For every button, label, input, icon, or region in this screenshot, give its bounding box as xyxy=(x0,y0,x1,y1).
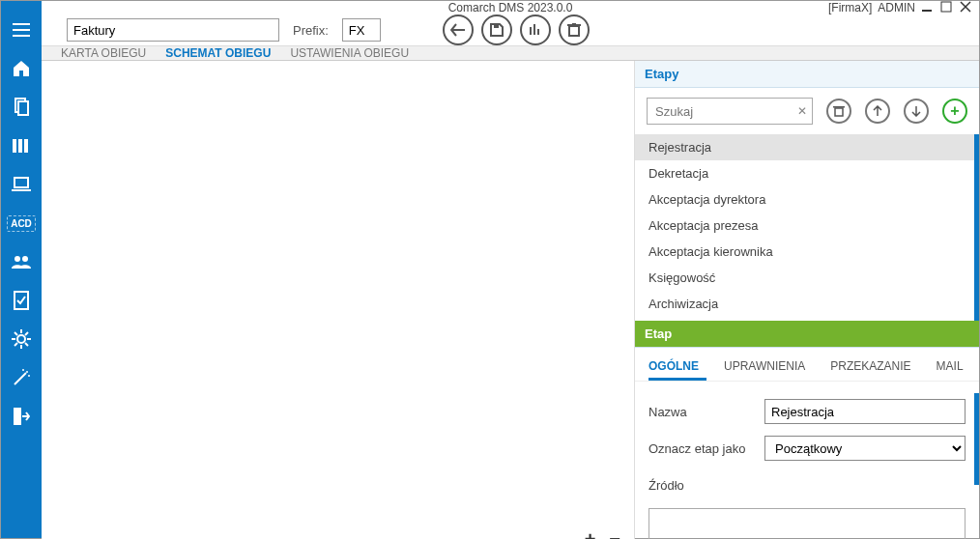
svg-rect-39 xyxy=(833,106,845,108)
dtab-przekazanie[interactable]: PRZEKAZANIE xyxy=(830,359,910,373)
right-panel: Etapy ✕ + xyxy=(634,61,979,539)
top-tabs: KARTA OBIEGU SCHEMAT OBIEGU USTAWIENIA O… xyxy=(42,45,979,61)
detail-tabs: OGÓLNE UPRAWNIENIA PRZEKAZANIE MAIL KC xyxy=(635,348,979,382)
workflow-name-input[interactable] xyxy=(67,18,279,42)
nav-binders-icon[interactable] xyxy=(1,127,42,165)
svg-line-21 xyxy=(25,332,28,335)
stage-form: Nazwa Oznacz etap jako Początkowy Źródło xyxy=(635,382,979,539)
stage-item[interactable]: Akceptacja prezesa xyxy=(635,213,979,239)
stage-item[interactable]: Archiwizacja xyxy=(635,291,979,317)
svg-point-11 xyxy=(22,256,28,262)
save-button[interactable] xyxy=(481,14,512,45)
nav-laptop-icon[interactable] xyxy=(1,165,42,204)
company-label: [FirmaX] xyxy=(828,1,872,14)
nav-home[interactable] xyxy=(1,49,42,88)
name-input[interactable] xyxy=(764,399,966,424)
svg-rect-4 xyxy=(18,101,28,115)
source-box[interactable] xyxy=(649,508,966,539)
svg-line-18 xyxy=(14,332,17,335)
stage-list: Rejestracja Dekretacja Akceptacja dyrekt… xyxy=(635,134,979,321)
nav-document-icon[interactable] xyxy=(1,281,42,320)
name-label: Nazwa xyxy=(649,405,764,419)
svg-rect-1 xyxy=(13,29,30,31)
tab-ustawienia[interactable]: USTAWIENIA OBIEGU xyxy=(290,46,409,60)
stage-detail-header: Etap xyxy=(635,321,979,348)
zoom-out-button[interactable]: − xyxy=(609,528,620,539)
titlebar: Comarch DMS 2023.0.0 [FirmaX] ADMIN xyxy=(42,1,979,14)
zoom-in-button[interactable]: + xyxy=(585,528,596,539)
delete-button[interactable] xyxy=(559,14,590,45)
delete-stage-button[interactable] xyxy=(826,99,851,124)
nav-wand-icon[interactable] xyxy=(1,358,42,397)
dtab-mail[interactable]: MAIL xyxy=(937,359,964,373)
dtab-uprawnienia[interactable]: UPRAWNIENIA xyxy=(724,359,805,373)
svg-rect-8 xyxy=(14,178,28,187)
svg-point-13 xyxy=(17,335,25,343)
svg-line-20 xyxy=(14,343,17,346)
stage-search-input[interactable] xyxy=(647,98,813,125)
svg-rect-31 xyxy=(494,24,499,28)
nav-menu[interactable] xyxy=(1,11,42,49)
back-button[interactable] xyxy=(443,14,474,45)
svg-rect-27 xyxy=(922,10,932,12)
nav-acd[interactable]: ACD xyxy=(1,204,42,242)
tab-karta[interactable]: KARTA OBIEGU xyxy=(61,46,146,60)
user-label: ADMIN xyxy=(878,1,915,14)
svg-line-19 xyxy=(25,343,28,346)
stage-item[interactable]: Księgowość xyxy=(635,265,979,291)
source-label: Źródło xyxy=(649,478,966,493)
mark-select[interactable]: Początkowy xyxy=(764,436,966,461)
dtab-ogolne[interactable]: OGÓLNE xyxy=(649,359,699,373)
svg-rect-33 xyxy=(533,24,535,35)
svg-rect-38 xyxy=(835,108,843,116)
nav-pages-icon[interactable] xyxy=(1,88,42,127)
minimize-button[interactable] xyxy=(921,1,935,14)
stage-item[interactable]: Akceptacja dyrektora xyxy=(635,186,979,213)
svg-rect-28 xyxy=(941,2,951,12)
svg-rect-32 xyxy=(530,27,532,35)
svg-rect-26 xyxy=(14,408,21,425)
svg-rect-37 xyxy=(572,23,576,25)
stage-item[interactable]: Akceptacja kierownika xyxy=(635,239,979,265)
svg-rect-34 xyxy=(537,29,539,35)
svg-rect-9 xyxy=(12,189,31,191)
svg-rect-0 xyxy=(13,23,30,25)
svg-rect-2 xyxy=(13,35,30,37)
svg-line-22 xyxy=(14,373,26,384)
stage-item[interactable]: Rejestracja xyxy=(635,134,979,160)
svg-point-23 xyxy=(26,371,28,373)
svg-rect-6 xyxy=(18,139,22,153)
mark-label: Oznacz etap jako xyxy=(649,441,764,456)
workflow-canvas[interactable]: + − xyxy=(42,61,634,539)
svg-rect-7 xyxy=(24,139,28,153)
nav-settings-icon[interactable] xyxy=(1,320,42,358)
svg-point-10 xyxy=(14,256,20,262)
stage-item[interactable]: Dekretacja xyxy=(635,160,979,186)
maximize-button[interactable] xyxy=(940,1,954,14)
move-down-button[interactable] xyxy=(904,99,929,124)
add-stage-button[interactable]: + xyxy=(942,99,967,124)
svg-point-24 xyxy=(28,375,30,377)
move-up-button[interactable] xyxy=(865,99,890,124)
app-title: Comarch DMS 2023.0.0 xyxy=(448,1,573,14)
command-bar: Prefix: xyxy=(42,14,979,45)
nav-exit-icon[interactable] xyxy=(1,397,42,436)
nav-users-icon[interactable] xyxy=(1,242,42,281)
prefix-label: Prefix: xyxy=(293,23,329,38)
stages-header: Etapy xyxy=(635,61,979,88)
close-button[interactable] xyxy=(960,1,973,14)
clear-search-icon[interactable]: ✕ xyxy=(797,104,807,118)
sidebar: ACD xyxy=(1,1,42,538)
prefix-input[interactable] xyxy=(342,18,381,42)
tune-button[interactable] xyxy=(520,14,551,45)
tab-schemat[interactable]: SCHEMAT OBIEGU xyxy=(165,46,271,60)
svg-rect-35 xyxy=(569,26,579,36)
svg-rect-5 xyxy=(13,139,16,153)
svg-point-25 xyxy=(22,369,24,371)
